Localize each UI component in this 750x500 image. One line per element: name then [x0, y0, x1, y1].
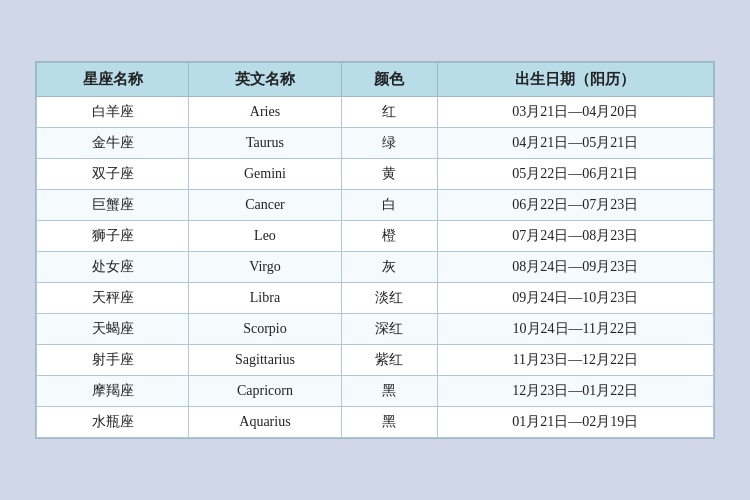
cell-dates: 03月21日—04月20日 [437, 97, 713, 128]
cell-color: 深红 [341, 314, 437, 345]
cell-color: 绿 [341, 128, 437, 159]
table-row: 金牛座Taurus绿04月21日—05月21日 [37, 128, 714, 159]
cell-color: 黑 [341, 407, 437, 438]
cell-chinese: 天蝎座 [37, 314, 189, 345]
cell-chinese: 水瓶座 [37, 407, 189, 438]
cell-chinese: 射手座 [37, 345, 189, 376]
table-header-row: 星座名称 英文名称 颜色 出生日期（阳历） [37, 63, 714, 97]
table-row: 狮子座Leo橙07月24日—08月23日 [37, 221, 714, 252]
cell-english: Capricorn [189, 376, 341, 407]
table-row: 处女座Virgo灰08月24日—09月23日 [37, 252, 714, 283]
cell-color: 淡红 [341, 283, 437, 314]
zodiac-table: 星座名称 英文名称 颜色 出生日期（阳历） 白羊座Aries红03月21日—04… [36, 62, 714, 438]
cell-english: Aries [189, 97, 341, 128]
cell-color: 灰 [341, 252, 437, 283]
cell-english: Gemini [189, 159, 341, 190]
zodiac-table-wrapper: 星座名称 英文名称 颜色 出生日期（阳历） 白羊座Aries红03月21日—04… [35, 61, 715, 439]
cell-chinese: 摩羯座 [37, 376, 189, 407]
cell-dates: 12月23日—01月22日 [437, 376, 713, 407]
cell-dates: 06月22日—07月23日 [437, 190, 713, 221]
cell-color: 黄 [341, 159, 437, 190]
table-row: 射手座Sagittarius紫红11月23日—12月22日 [37, 345, 714, 376]
cell-chinese: 狮子座 [37, 221, 189, 252]
header-chinese: 星座名称 [37, 63, 189, 97]
cell-english: Sagittarius [189, 345, 341, 376]
cell-dates: 10月24日—11月22日 [437, 314, 713, 345]
cell-dates: 04月21日—05月21日 [437, 128, 713, 159]
cell-color: 紫红 [341, 345, 437, 376]
cell-dates: 11月23日—12月22日 [437, 345, 713, 376]
cell-english: Scorpio [189, 314, 341, 345]
cell-english: Aquarius [189, 407, 341, 438]
cell-dates: 05月22日—06月21日 [437, 159, 713, 190]
table-row: 摩羯座Capricorn黑12月23日—01月22日 [37, 376, 714, 407]
cell-english: Leo [189, 221, 341, 252]
table-row: 水瓶座Aquarius黑01月21日—02月19日 [37, 407, 714, 438]
cell-chinese: 天秤座 [37, 283, 189, 314]
cell-color: 白 [341, 190, 437, 221]
cell-dates: 09月24日—10月23日 [437, 283, 713, 314]
cell-dates: 01月21日—02月19日 [437, 407, 713, 438]
cell-color: 黑 [341, 376, 437, 407]
cell-dates: 07月24日—08月23日 [437, 221, 713, 252]
cell-chinese: 处女座 [37, 252, 189, 283]
table-row: 双子座Gemini黄05月22日—06月21日 [37, 159, 714, 190]
cell-chinese: 双子座 [37, 159, 189, 190]
cell-english: Taurus [189, 128, 341, 159]
header-english: 英文名称 [189, 63, 341, 97]
header-color: 颜色 [341, 63, 437, 97]
cell-english: Libra [189, 283, 341, 314]
table-row: 天秤座Libra淡红09月24日—10月23日 [37, 283, 714, 314]
cell-chinese: 金牛座 [37, 128, 189, 159]
cell-chinese: 白羊座 [37, 97, 189, 128]
table-row: 巨蟹座Cancer白06月22日—07月23日 [37, 190, 714, 221]
table-row: 天蝎座Scorpio深红10月24日—11月22日 [37, 314, 714, 345]
cell-color: 橙 [341, 221, 437, 252]
cell-chinese: 巨蟹座 [37, 190, 189, 221]
table-row: 白羊座Aries红03月21日—04月20日 [37, 97, 714, 128]
header-dates: 出生日期（阳历） [437, 63, 713, 97]
cell-dates: 08月24日—09月23日 [437, 252, 713, 283]
cell-english: Cancer [189, 190, 341, 221]
cell-english: Virgo [189, 252, 341, 283]
cell-color: 红 [341, 97, 437, 128]
